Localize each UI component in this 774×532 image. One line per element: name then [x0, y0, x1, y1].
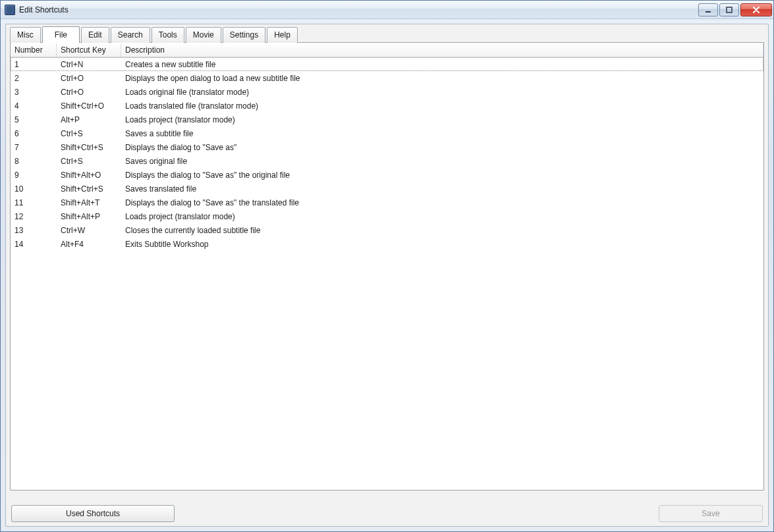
table-row[interactable]: 12Shift+Alt+PLoads project (translator m… [11, 209, 763, 223]
cell-shortcut: Ctrl+N [57, 59, 121, 70]
tab-strip: MiscFileEditSearchToolsMovieSettingsHelp [10, 27, 764, 43]
cell-description: Saves original file [121, 155, 763, 167]
cell-shortcut: Ctrl+O [57, 86, 121, 98]
window: Edit Shortcuts MiscFileEditSearchToolsMo… [0, 0, 774, 532]
shortcuts-grid: Number Shortcut Key Description 1Ctrl+NC… [10, 42, 764, 491]
close-icon [752, 7, 760, 13]
tab-edit[interactable]: Edit [81, 27, 109, 43]
cell-description: Loads project (translator mode) [121, 211, 763, 223]
cell-shortcut: Ctrl+W [57, 225, 121, 236]
maximize-button[interactable] [719, 3, 739, 16]
cell-number: 6 [11, 128, 57, 140]
table-row[interactable]: 13Ctrl+WCloses the currently loaded subt… [11, 223, 763, 237]
cell-shortcut: Shift+Ctrl+S [57, 183, 121, 195]
cell-shortcut: Shift+Alt+T [57, 197, 121, 209]
titlebar: Edit Shortcuts [1, 1, 773, 19]
column-header-shortcut[interactable]: Shortcut Key [57, 43, 121, 57]
close-button[interactable] [740, 3, 772, 16]
cell-number: 13 [11, 225, 57, 236]
used-shortcuts-button[interactable]: Used Shortcuts [11, 505, 175, 522]
table-row[interactable]: 5Alt+PLoads project (translator mode) [11, 113, 763, 126]
minimize-icon [705, 7, 711, 13]
tab-file[interactable]: File [42, 26, 80, 43]
table-row[interactable]: 2Ctrl+ODisplays the open dialog to load … [11, 71, 763, 85]
grid-header: Number Shortcut Key Description [11, 43, 763, 57]
cell-shortcut: Shift+Alt+O [57, 169, 121, 181]
cell-number: 2 [11, 72, 57, 84]
cell-shortcut: Alt+P [57, 114, 121, 126]
svg-rect-1 [727, 7, 732, 13]
cell-shortcut: Alt+F4 [57, 238, 121, 250]
tab-settings[interactable]: Settings [223, 27, 265, 43]
cell-description: Saves a subtitle file [121, 128, 763, 140]
tab-misc[interactable]: Misc [10, 27, 41, 43]
svg-rect-0 [705, 11, 711, 13]
cell-shortcut: Shift+Alt+P [57, 211, 121, 223]
cell-description: Displays the dialog to "Save as" the ori… [121, 169, 763, 181]
table-row[interactable]: 3Ctrl+OLoads original file (translator m… [11, 85, 763, 99]
cell-number: 14 [11, 238, 57, 250]
cell-number: 11 [11, 197, 57, 209]
grid-body[interactable]: 1Ctrl+NCreates a new subtitle file2Ctrl+… [11, 57, 763, 490]
cell-shortcut: Shift+Ctrl+S [57, 142, 121, 153]
cell-number: 8 [11, 155, 57, 167]
cell-shortcut: Ctrl+S [57, 155, 121, 167]
cell-description: Displays the dialog to "Save as" [121, 142, 763, 153]
table-row[interactable]: 6Ctrl+SSaves a subtitle file [11, 126, 763, 140]
cell-shortcut: Shift+Ctrl+O [57, 100, 121, 112]
client-area: MiscFileEditSearchToolsMovieSettingsHelp… [5, 24, 769, 527]
cell-description: Displays the open dialog to load a new s… [121, 72, 763, 84]
cell-description: Exits Subtitle Workshop [121, 238, 763, 250]
cell-shortcut: Ctrl+S [57, 128, 121, 140]
cell-description: Loads original file (translator mode) [121, 86, 763, 98]
maximize-icon [726, 7, 733, 13]
cell-shortcut: Ctrl+O [57, 72, 121, 84]
cell-description: Displays the dialog to "Save as" the tra… [121, 197, 763, 209]
column-header-number[interactable]: Number [11, 43, 57, 57]
table-row[interactable]: 14Alt+F4Exits Subtitle Workshop [11, 237, 763, 251]
cell-number: 4 [11, 100, 57, 112]
tab-movie[interactable]: Movie [186, 27, 221, 43]
cell-description: Closes the currently loaded subtitle fil… [121, 225, 763, 236]
tab-tools[interactable]: Tools [152, 27, 184, 43]
tab-help[interactable]: Help [267, 27, 298, 43]
table-row[interactable]: 7Shift+Ctrl+SDisplays the dialog to "Sav… [11, 140, 763, 154]
minimize-button[interactable] [698, 3, 718, 16]
cell-number: 7 [11, 142, 57, 153]
footer: Used Shortcuts Save [10, 505, 764, 522]
window-title: Edit Shortcuts [19, 5, 698, 14]
cell-description: Saves translated file [121, 183, 763, 195]
cell-description: Loads project (translator mode) [121, 114, 763, 126]
cell-number: 10 [11, 183, 57, 195]
table-row[interactable]: 11Shift+Alt+TDisplays the dialog to "Sav… [11, 196, 763, 209]
table-row[interactable]: 4Shift+Ctrl+OLoads translated file (tran… [11, 99, 763, 113]
column-header-description[interactable]: Description [121, 43, 763, 57]
cell-number: 1 [11, 59, 57, 70]
cell-number: 5 [11, 114, 57, 126]
cell-number: 3 [11, 86, 57, 98]
table-row[interactable]: 10Shift+Ctrl+SSaves translated file [11, 182, 763, 196]
cell-number: 12 [11, 211, 57, 223]
table-row[interactable]: 1Ctrl+NCreates a new subtitle file [11, 57, 763, 71]
window-controls [698, 3, 772, 16]
app-icon [5, 5, 15, 15]
table-row[interactable]: 9Shift+Alt+ODisplays the dialog to "Save… [11, 168, 763, 182]
cell-number: 9 [11, 169, 57, 181]
cell-description: Creates a new subtitle file [121, 59, 763, 70]
tab-search[interactable]: Search [111, 27, 150, 43]
save-button[interactable]: Save [659, 505, 763, 522]
table-row[interactable]: 8Ctrl+SSaves original file [11, 154, 763, 168]
cell-description: Loads translated file (translator mode) [121, 100, 763, 112]
